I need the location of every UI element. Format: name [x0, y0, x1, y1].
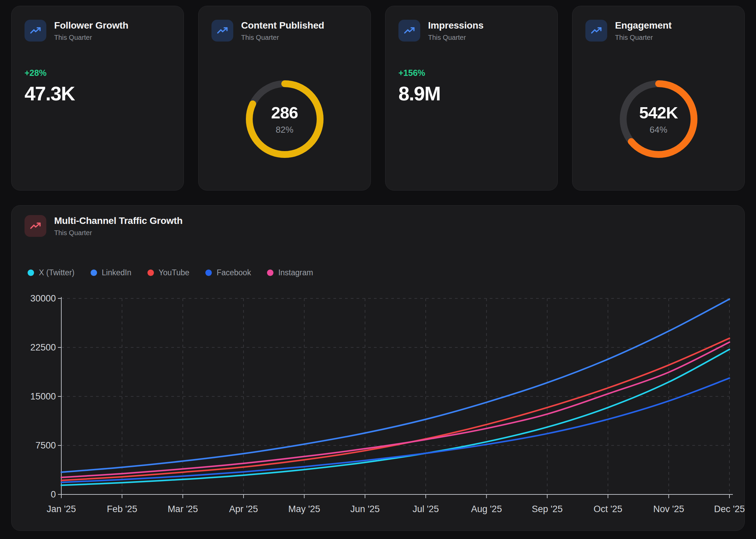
card-titles: Impressions This Quarter [428, 20, 484, 42]
svg-text:May '25: May '25 [288, 504, 320, 514]
series-color-dot [91, 270, 97, 276]
series-color-dot [28, 270, 34, 276]
gauge-percent: 82% [275, 125, 293, 135]
gauge-percent: 64% [649, 125, 667, 135]
svg-text:22500: 22500 [30, 342, 56, 353]
card-subtitle: This Quarter [54, 34, 128, 42]
svg-text:Dec '25: Dec '25 [714, 504, 745, 514]
svg-text:Oct '25: Oct '25 [594, 504, 623, 514]
card-title: Content Published [241, 20, 324, 31]
card-titles: Content Published This Quarter [241, 20, 324, 42]
stat-block: +28% 47.3K [25, 68, 171, 105]
trending-up-icon [25, 215, 46, 237]
stat-block: +156% 8.9M [398, 68, 545, 105]
svg-text:30000: 30000 [30, 293, 56, 304]
legend-item-x-twitter[interactable]: X (Twitter) [28, 268, 75, 277]
card-content-published: Content Published This Quarter 286 82% [198, 6, 371, 191]
svg-text:Nov '25: Nov '25 [653, 504, 684, 514]
card-titles: Follower Growth This Quarter [54, 20, 128, 42]
svg-text:Mar '25: Mar '25 [168, 504, 198, 514]
svg-text:7500: 7500 [35, 440, 56, 451]
card-follower-growth: Follower Growth This Quarter +28% 47.3K [11, 6, 184, 191]
series-color-dot [267, 270, 273, 276]
card-header: Impressions This Quarter [398, 20, 545, 42]
series-color-dot [205, 270, 212, 276]
card-subtitle: This Quarter [428, 34, 484, 42]
svg-text:Jul '25: Jul '25 [413, 504, 439, 514]
card-title: Engagement [615, 20, 672, 31]
card-impressions: Impressions This Quarter +156% 8.9M [385, 6, 558, 191]
legend-item-linkedin[interactable]: LinkedIn [91, 268, 131, 277]
legend-label: Facebook [217, 268, 251, 277]
svg-text:Jun '25: Jun '25 [350, 504, 380, 514]
svg-text:Feb '25: Feb '25 [107, 504, 137, 514]
card-header: Multi-Channel Traffic Growth This Quarte… [25, 215, 731, 237]
gauge-number: 542K [639, 103, 678, 122]
svg-text:Apr '25: Apr '25 [229, 504, 258, 514]
chart-title: Multi-Channel Traffic Growth [54, 215, 183, 226]
card-title: Impressions [428, 20, 484, 31]
card-header: Content Published This Quarter [211, 20, 358, 42]
legend-item-instagram[interactable]: Instagram [267, 268, 313, 277]
stat-delta: +28% [25, 68, 171, 78]
trending-up-icon [585, 20, 607, 42]
svg-text:Aug '25: Aug '25 [471, 504, 502, 514]
gauge-center: 286 82% [241, 76, 328, 163]
legend-label: Instagram [278, 268, 313, 277]
kpi-cards-row: Follower Growth This Quarter +28% 47.3K … [11, 6, 745, 191]
card-engagement: Engagement This Quarter 542K 64% [572, 6, 745, 191]
card-header: Follower Growth This Quarter [25, 20, 171, 42]
trending-up-icon [398, 20, 420, 42]
svg-text:Jan '25: Jan '25 [47, 504, 76, 514]
card-title: Follower Growth [54, 20, 128, 31]
trending-up-icon [211, 20, 233, 42]
legend-label: LinkedIn [102, 268, 131, 277]
card-titles: Multi-Channel Traffic Growth This Quarte… [54, 215, 183, 237]
gauge-donut: 542K 64% [585, 76, 731, 163]
trending-up-icon [25, 20, 46, 42]
legend-item-youtube[interactable]: YouTube [147, 268, 189, 277]
chart-legend: X (Twitter) LinkedIn YouTube Facebook In… [25, 268, 731, 277]
stat-value: 47.3K [25, 82, 171, 105]
svg-text:0: 0 [51, 489, 56, 500]
series-color-dot [147, 270, 154, 276]
card-titles: Engagement This Quarter [615, 20, 672, 42]
gauge-number: 286 [271, 103, 298, 122]
legend-item-facebook[interactable]: Facebook [205, 268, 251, 277]
multi-channel-traffic-card: Multi-Channel Traffic Growth This Quarte… [11, 205, 745, 531]
chart-subtitle: This Quarter [54, 229, 183, 237]
svg-text:15000: 15000 [30, 391, 56, 402]
legend-label: YouTube [159, 268, 189, 277]
card-subtitle: This Quarter [241, 34, 324, 42]
card-header: Engagement This Quarter [585, 20, 731, 42]
line-chart-plot-area: 07500150002250030000Jan '25Feb '25Mar '2… [25, 289, 731, 529]
gauge-center: 542K 64% [615, 76, 702, 163]
stat-value: 8.9M [398, 82, 545, 105]
card-subtitle: This Quarter [615, 34, 672, 42]
svg-text:Sep '25: Sep '25 [532, 504, 563, 514]
legend-label: X (Twitter) [39, 268, 75, 277]
gauge-donut: 286 82% [211, 76, 358, 163]
line-chart: 07500150002250030000Jan '25Feb '25Mar '2… [25, 289, 731, 529]
stat-delta: +156% [398, 68, 545, 78]
